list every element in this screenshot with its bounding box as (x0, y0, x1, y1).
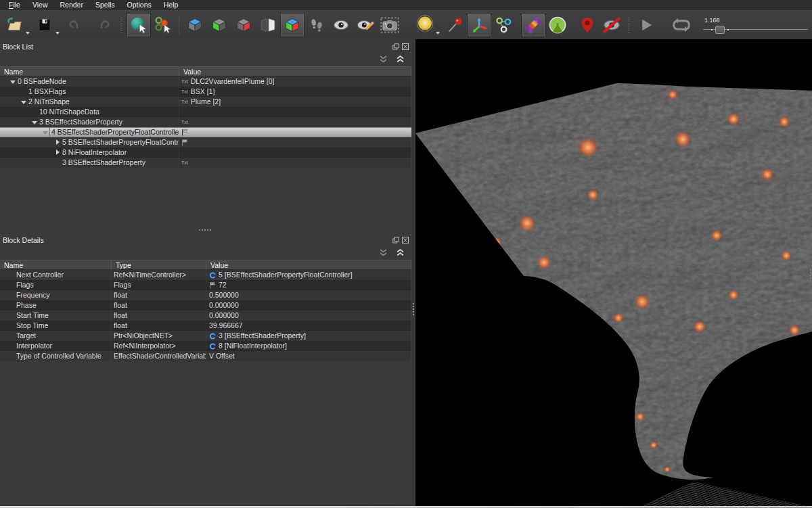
view-flip-button[interactable] (256, 13, 280, 37)
scroll-down-button[interactable] (379, 249, 388, 256)
expander-open-icon[interactable] (41, 128, 50, 137)
render-canvas[interactable] (415, 39, 812, 508)
tree-row[interactable]: 2 NiTriShape TxtPlume [2] (0, 97, 411, 107)
column-header-name[interactable]: Name (0, 67, 179, 76)
main-toolbar: 1.168 (0, 10, 812, 39)
open-button[interactable] (3, 13, 27, 37)
detail-row[interactable]: Phase float 0.000000 (0, 300, 411, 310)
silhouette-button[interactable] (545, 13, 570, 37)
tree-row[interactable]: 3 BSEffectShaderProperty Txt (0, 117, 411, 127)
splitter-grip-icon (199, 229, 211, 231)
show-bones-button[interactable] (521, 13, 545, 37)
select-sphere-tool-button[interactable] (127, 13, 151, 37)
expander-open-icon[interactable] (19, 97, 28, 107)
scroll-down-button[interactable] (379, 55, 388, 63)
expander-open-icon[interactable] (8, 76, 18, 87)
flag-icon (181, 129, 188, 136)
detail-row[interactable]: Start Time float 0.000000 (0, 310, 411, 321)
tree-row[interactable]: 1 BSXFlags TxtBSX [1] (0, 87, 411, 97)
walk-mode-button[interactable] (304, 13, 329, 37)
undo-arrow-icon (66, 16, 83, 34)
lighting-button[interactable] (413, 13, 437, 37)
viewport-3d[interactable] (415, 39, 812, 508)
column-header-value[interactable]: Value (179, 67, 411, 76)
view-top-button[interactable] (183, 13, 207, 37)
tree-row[interactable]: 8 NiFloatInterpolator (0, 147, 411, 158)
detail-row[interactable]: Type of Controlled Variable EffectShader… (0, 351, 411, 361)
eye-icon (332, 16, 351, 34)
detail-row[interactable]: Frequency float 0.500000 (0, 290, 411, 300)
toolbar-separator (628, 18, 630, 32)
time-slider[interactable] (703, 25, 808, 34)
select-vertex-tool-button[interactable] (151, 13, 175, 37)
redo-button[interactable] (92, 13, 116, 37)
save-button[interactable] (32, 13, 57, 37)
detail-row[interactable]: Target Ptr<NiObjectNET> 3 [BSEffectShade… (0, 331, 411, 341)
view-front-button[interactable] (207, 13, 231, 37)
panel-close-button[interactable] (401, 236, 409, 244)
flag-icon (209, 281, 216, 289)
detail-row[interactable]: Stop Time float 39.966667 (0, 321, 411, 331)
show-axes-button[interactable] (467, 13, 491, 37)
vertex-pin-button[interactable] (443, 13, 467, 37)
tree-row[interactable]: 3 BSEffectShaderProperty Txt (0, 158, 411, 168)
undo-button[interactable] (62, 13, 87, 37)
floppy-save-icon (37, 17, 53, 33)
tree-row[interactable]: 0 BSFadeNode TxtDLC2VvardenfellPlume [0] (0, 76, 411, 87)
scroll-grip-icon (810, 269, 811, 280)
scroll-up-button[interactable] (396, 55, 405, 63)
column-header-type[interactable]: Type (112, 260, 206, 269)
panel-splitter[interactable] (0, 227, 411, 233)
txt-icon: Txt (181, 158, 188, 168)
column-header-value[interactable]: Value (206, 260, 411, 269)
close-icon (402, 43, 409, 50)
tree-row-selected[interactable]: 4 BSEffectShaderPropertyFloatController (0, 127, 411, 137)
view-perspective-button[interactable] (280, 13, 304, 37)
panel-float-button[interactable] (392, 236, 399, 244)
menu-spells[interactable]: Spells (89, 0, 121, 10)
splitter-grip-icon (413, 303, 414, 315)
loop-button[interactable] (669, 13, 694, 37)
show-nodes-button[interactable] (491, 13, 516, 37)
edit-mode-button[interactable] (353, 13, 378, 37)
screenshot-button[interactable] (378, 13, 402, 37)
panel-close-button[interactable] (401, 43, 409, 50)
tree-row[interactable]: 5 BSEffectShaderPropertyFloatContro... (0, 137, 411, 147)
column-header-name[interactable]: Name (0, 260, 112, 269)
block-list-panel: Block List (0, 39, 411, 227)
detail-row[interactable]: Flags Flags 72 (0, 280, 411, 290)
node-graph-icon (494, 16, 513, 34)
detail-row[interactable]: Interpolator Ref<NiInterpolator> 8 [NiFl… (0, 341, 411, 351)
double-chevron-up-icon (396, 249, 405, 256)
scroll-up-button[interactable] (396, 249, 405, 256)
hide-culled-button[interactable] (600, 13, 624, 37)
expander-closed-icon[interactable] (53, 147, 62, 158)
eye-pencil-icon (356, 16, 375, 34)
panel-float-button[interactable] (392, 43, 399, 50)
expander-closed-icon[interactable] (53, 137, 62, 147)
menu-file[interactable]: File (3, 0, 26, 10)
slider-handle[interactable] (715, 26, 725, 34)
red-map-pin-icon (578, 16, 597, 34)
menu-view[interactable]: View (26, 0, 54, 10)
show-markers-button[interactable] (575, 13, 600, 37)
view-side-button[interactable] (231, 13, 256, 37)
dropdown-caret-icon (436, 32, 440, 34)
show-hidden-button[interactable] (329, 13, 353, 37)
expander-open-icon[interactable] (30, 117, 39, 127)
menu-help[interactable]: Help (158, 0, 185, 10)
xyz-axes-icon (470, 16, 489, 34)
float-window-icon (392, 237, 399, 244)
menu-options[interactable]: Options (121, 0, 158, 10)
rgb-cube-icon (283, 16, 302, 34)
cube-blue-top-icon (185, 16, 204, 34)
bone-icon (524, 16, 543, 34)
light-bulb-icon (415, 15, 435, 35)
detail-row[interactable]: Next Controller Ref<NiTimeController> 5 … (0, 270, 411, 280)
menu-render[interactable]: Render (54, 0, 89, 10)
play-button[interactable] (634, 13, 658, 37)
txt-icon: Txt (181, 87, 188, 97)
nifskope-window: File View Render Spells Options Help (0, 0, 812, 508)
cube-green-front-icon (210, 16, 229, 34)
tree-row[interactable]: 10 NiTriShapeData (0, 107, 411, 117)
